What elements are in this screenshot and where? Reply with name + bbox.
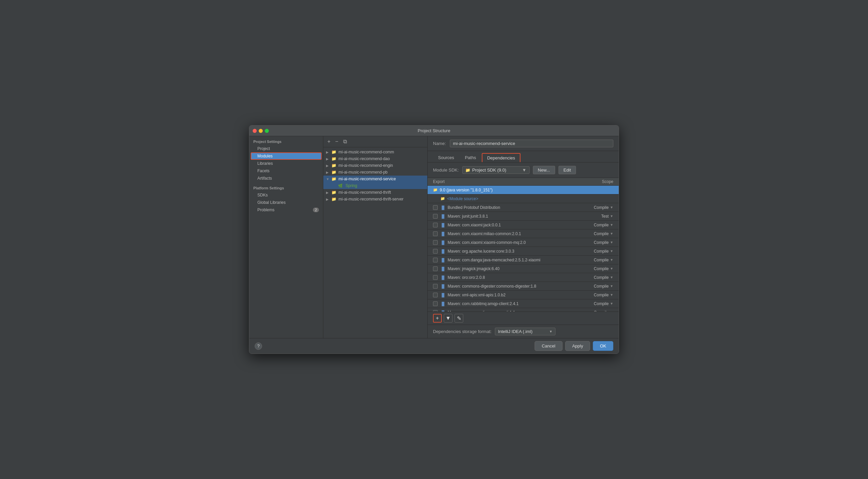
dep-checkbox-xml-apis[interactable] <box>433 293 438 297</box>
maximize-button[interactable] <box>265 129 269 133</box>
dep-row-java-memcached[interactable]: ▐▌ Maven: com.danga:java-memcached:2.5.1… <box>428 256 619 264</box>
dep-row-xiaomi-common-mq[interactable]: ▐▌ Maven: com.xiaomi:xiaomi-common-mq:2.… <box>428 238 619 247</box>
ok-button[interactable]: OK <box>593 341 613 351</box>
storage-select[interactable]: IntelliJ IDEA (.iml) ▼ <box>495 328 555 336</box>
scope-arrow-junit: ▼ <box>610 214 613 218</box>
dep-checkbox-xiaomi-common-mq[interactable] <box>433 240 438 245</box>
dep-checkbox-java-memcached[interactable] <box>433 258 438 262</box>
dep-row-commons-cli[interactable]: ▐▌ Maven: commons-cli:commons-cli:1.1 Co… <box>428 308 619 312</box>
new-sdk-button[interactable]: New... <box>533 166 555 174</box>
dep-scope-junit[interactable]: Test ▼ <box>585 214 613 219</box>
tree-item-comm[interactable]: ▶ 📁 mi-ai-music-recommend-comm <box>323 149 427 155</box>
dep-checkbox-protobuf[interactable] <box>433 205 438 210</box>
dep-scope-java-memcached[interactable]: Compile ▼ <box>585 258 613 262</box>
dep-row-miliao-common[interactable]: ▐▌ Maven: com.xiaomi:miliao-common:2.0.1… <box>428 229 619 238</box>
minimize-button[interactable] <box>259 129 263 133</box>
window-controls <box>253 129 269 133</box>
dep-lib-icon-java-memcached: ▐▌ <box>440 258 446 262</box>
sidebar-item-sdks[interactable]: SDKs <box>249 191 323 199</box>
dep-scope-commons-digester[interactable]: Compile ▼ <box>585 284 613 289</box>
sidebar-item-libraries[interactable]: Libraries <box>249 160 323 167</box>
scope-arrow-miliao-common: ▼ <box>610 232 613 235</box>
dep-row-jdk[interactable]: 📁 9.0 (java version "1.8.0_151") <box>428 186 619 194</box>
dep-label-xiaomi-common-mq: Maven: com.xiaomi:xiaomi-common-mq:2.0 <box>448 240 585 245</box>
close-button[interactable] <box>253 129 257 133</box>
dep-checkbox-oro[interactable] <box>433 275 438 280</box>
sidebar-item-global-libraries[interactable]: Global Libraries <box>249 199 323 206</box>
sdk-select[interactable]: 📁 Project SDK (9.0) ▼ <box>462 166 530 174</box>
folder-icon-dao: 📁 <box>331 156 336 161</box>
tree-item-dao[interactable]: ▶ 📁 mi-ai-music-recommend-dao <box>323 155 427 162</box>
tree-item-service[interactable]: ▼ 📁 mi-ai-music-recommend-service <box>323 175 427 182</box>
dep-checkbox-rabbitmq[interactable] <box>433 301 438 306</box>
dep-row-junit[interactable]: ▐▌ Maven: junit:junit:3.8.1 Test ▼ <box>428 212 619 221</box>
scope-arrow-protobuf: ▼ <box>610 205 613 209</box>
dep-scope-jack[interactable]: Compile ▼ <box>585 223 613 227</box>
sidebar-item-modules[interactable]: Modules <box>251 152 322 160</box>
module-tree: ▶ 📁 mi-ai-music-recommend-comm ▶ 📁 mi-ai… <box>323 147 427 338</box>
dep-row-jmagick[interactable]: ▐▌ Maven: jmagick:jmagick:6.40 Compile ▼ <box>428 264 619 273</box>
dep-checkbox-commons-digester[interactable] <box>433 284 438 289</box>
dep-scope-xml-apis[interactable]: Compile ▼ <box>585 293 613 297</box>
dep-row-jack[interactable]: ▐▌ Maven: com.xiaomi:jack:0.0.1 Compile … <box>428 221 619 229</box>
tree-item-thrift-server[interactable]: ▶ 📁 mi-ai-music-recommend-thrift-server <box>323 196 427 202</box>
dep-label-java-memcached: Maven: com.danga:java-memcached:2.5.1.2-… <box>448 258 585 262</box>
tree-item-spring[interactable]: ▶ 🌿 Spring <box>323 182 427 189</box>
tab-dependencies[interactable]: Dependencies <box>482 153 521 162</box>
dep-checkbox-jmagick[interactable] <box>433 266 438 271</box>
scope-arrow-xiaomi-common-mq: ▼ <box>610 241 613 244</box>
help-button[interactable]: ? <box>255 343 262 350</box>
dep-row-commons-digester[interactable]: ▐▌ Maven: commons-digester:commons-diges… <box>428 282 619 291</box>
tree-item-thrift[interactable]: ▶ 📁 mi-ai-music-recommend-thrift <box>323 189 427 196</box>
name-input[interactable] <box>450 139 613 147</box>
dep-row-module-source[interactable]: 📁 <Module source> <box>428 194 619 203</box>
right-panel: Name: Sources Paths Dependencies Module … <box>428 136 619 338</box>
dep-checkbox-jack[interactable] <box>433 223 438 227</box>
middle-panel: + − ⧉ ▶ 📁 mi-ai-music-recommend-comm ▶ 📁… <box>323 136 428 338</box>
sidebar-item-problems[interactable]: Problems 2 <box>249 206 323 214</box>
dep-checkbox-lucene[interactable] <box>433 249 438 254</box>
edit-dependency-button[interactable]: ✎ <box>455 314 463 323</box>
add-dependency-button[interactable]: + <box>433 314 442 323</box>
dep-checkbox-junit[interactable] <box>433 214 438 219</box>
dep-row-rabbitmq[interactable]: ▐▌ Maven: com.rabbitmq:amqp-client:2.4.1… <box>428 299 619 308</box>
move-down-button[interactable]: ▼ <box>444 314 453 323</box>
main-content: Project Settings Project Modules Librari… <box>249 136 619 338</box>
dep-scope-oro[interactable]: Compile ▼ <box>585 275 613 280</box>
folder-icon-engin: 📁 <box>331 163 336 168</box>
tree-item-engin[interactable]: ▶ 📁 mi-ai-music-recommend-engin <box>323 162 427 169</box>
dep-lib-icon-commons-digester: ▐▌ <box>440 284 446 288</box>
tab-sources[interactable]: Sources <box>433 153 459 162</box>
copy-module-button[interactable]: ⧉ <box>342 138 348 145</box>
sidebar-item-facets[interactable]: Facets <box>249 167 323 174</box>
sidebar-item-artifacts[interactable]: Artifacts <box>249 174 323 182</box>
remove-module-button[interactable]: − <box>334 138 339 145</box>
sdk-row: Module SDK: 📁 Project SDK (9.0) ▼ New...… <box>428 162 619 178</box>
apply-button[interactable]: Apply <box>565 341 590 351</box>
edit-sdk-button[interactable]: Edit <box>558 166 576 174</box>
dep-row-lucene[interactable]: ▐▌ Maven: org.apache.lucene:core:3.0.3 C… <box>428 247 619 256</box>
dep-scope-jmagick[interactable]: Compile ▼ <box>585 266 613 271</box>
dep-scope-lucene[interactable]: Compile ▼ <box>585 249 613 254</box>
dep-checkbox-miliao-common[interactable] <box>433 231 438 236</box>
add-module-button[interactable]: + <box>326 138 332 145</box>
sdk-label: Module SDK: <box>433 167 459 172</box>
tab-paths[interactable]: Paths <box>460 153 481 162</box>
dep-row-protobuf[interactable]: ▐▌ Bundled Protobuf Distribution Compile… <box>428 203 619 212</box>
tree-item-pb[interactable]: ▶ 📁 mi-ai-music-recommend-pb <box>323 169 427 175</box>
dep-scope-rabbitmq[interactable]: Compile ▼ <box>585 301 613 306</box>
dep-label-commons-digester: Maven: commons-digester:commons-digester… <box>448 284 585 289</box>
dep-lib-icon-jack: ▐▌ <box>440 223 446 227</box>
sdk-value: Project SDK (9.0) <box>472 167 506 172</box>
tree-arrow-comm: ▶ <box>326 150 330 154</box>
sidebar-item-project[interactable]: Project <box>249 145 323 152</box>
cancel-button[interactable]: Cancel <box>535 341 562 351</box>
dep-row-xml-apis[interactable]: ▐▌ Maven: xml-apis:xml-apis:1.0.b2 Compi… <box>428 291 619 299</box>
dep-jdk-label: 9.0 (java version "1.8.0_151") <box>440 188 585 192</box>
dep-scope-miliao-common[interactable]: Compile ▼ <box>585 231 613 236</box>
dep-row-oro[interactable]: ▐▌ Maven: oro:oro:2.0.8 Compile ▼ <box>428 273 619 282</box>
dep-scope-protobuf[interactable]: Compile ▼ <box>585 205 613 210</box>
dep-scope-xiaomi-common-mq[interactable]: Compile ▼ <box>585 240 613 245</box>
scope-arrow-oro: ▼ <box>610 276 613 279</box>
tree-arrow-spring: ▶ <box>333 184 337 188</box>
